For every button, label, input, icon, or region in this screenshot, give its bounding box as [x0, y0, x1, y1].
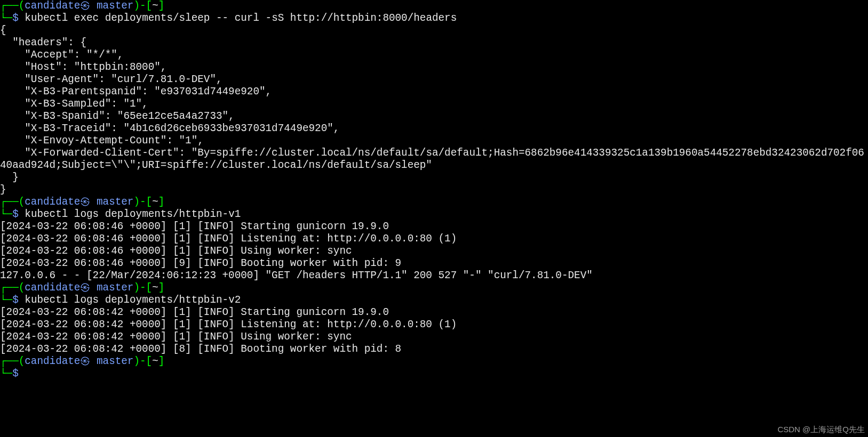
prompt-corner-bl: └─ — [0, 294, 12, 306]
output-line: "X-B3-Sampled": "1", — [0, 98, 868, 110]
output-line: [2024-03-22 06:08:46 +0000] [1] [INFO] U… — [0, 245, 868, 257]
prompt-line-1: ┌──(candidate㉿ master)-[~] — [0, 0, 868, 12]
prompt-corner-tl: ┌──( — [0, 0, 25, 12]
output-line: [2024-03-22 06:08:42 +0000] [1] [INFO] S… — [0, 306, 868, 319]
prompt-corner-bl: └─ — [0, 208, 12, 220]
prompt-line-1: ┌──(candidate㉿ master)-[~] — [0, 196, 868, 208]
command-text[interactable]: kubectl exec deployments/sleep -- curl -… — [19, 12, 457, 24]
prompt-bracket-open: )-[ — [133, 355, 152, 367]
prompt-bracket-close: ] — [158, 196, 165, 208]
prompt-user-host: candidate㉿ master — [25, 355, 133, 367]
prompt-user-host: candidate㉿ master — [25, 282, 133, 294]
prompt-user-host: candidate㉿ master — [25, 0, 133, 12]
prompt-corner-bl: └─ — [0, 12, 12, 24]
prompt-line-1: ┌──(candidate㉿ master)-[~] — [0, 355, 868, 368]
output-line: "Host": "httpbin:8000", — [0, 61, 868, 74]
output-line: "Accept": "*/*", — [0, 49, 868, 61]
output-line: [2024-03-22 06:08:42 +0000] [1] [INFO] U… — [0, 331, 868, 343]
output-line: } — [0, 172, 868, 184]
prompt-line-2: └─$ — [0, 368, 868, 380]
output-line: 127.0.0.6 - - [22/Mar/2024:06:12:23 +000… — [0, 270, 868, 282]
command-text[interactable]: kubectl logs deployments/httpbin-v1 — [19, 208, 241, 220]
output-line: [2024-03-22 06:08:46 +0000] [9] [INFO] B… — [0, 257, 868, 270]
command-text[interactable]: kubectl logs deployments/httpbin-v2 — [19, 294, 241, 306]
output-line: "User-Agent": "curl/7.81.0-DEV", — [0, 74, 868, 86]
output-line: "X-B3-Traceid": "4b1c6d26ceb6933be937031… — [0, 123, 868, 135]
output-line: [2024-03-22 06:08:46 +0000] [1] [INFO] S… — [0, 221, 868, 233]
prompt-bracket-open: )-[ — [133, 196, 152, 208]
watermark: CSDN @上海运维Q先生 — [777, 425, 865, 435]
prompt-corner-tl: ┌──( — [0, 355, 25, 367]
output-line: "X-B3-Parentspanid": "e937031d7449e920", — [0, 86, 868, 98]
output-line: "X-Envoy-Attempt-Count": "1", — [0, 135, 868, 147]
prompt-line-2: └─$ kubectl logs deployments/httpbin-v1 — [0, 208, 868, 221]
prompt-corner-tl: ┌──( — [0, 282, 25, 294]
output-line: } — [0, 184, 868, 196]
prompt-bracket-open: )-[ — [133, 282, 152, 294]
prompt-user-host: candidate㉿ master — [25, 196, 133, 208]
output-line: "X-Forwarded-Client-Cert": "By=spiffe://… — [0, 147, 868, 172]
prompt-cwd: ~ — [152, 0, 158, 12]
terminal-output[interactable]: ┌──(candidate㉿ master)-[~]└─$ kubectl ex… — [0, 0, 868, 380]
prompt-dollar: $ — [12, 12, 19, 24]
output-line: [2024-03-22 06:08:42 +0000] [8] [INFO] B… — [0, 343, 868, 355]
prompt-bracket-close: ] — [158, 0, 165, 12]
output-line: [2024-03-22 06:08:46 +0000] [1] [INFO] L… — [0, 233, 868, 245]
output-line: "X-B3-Spanid": "65ee12ce5a4a2733", — [0, 110, 868, 123]
prompt-cwd: ~ — [152, 355, 158, 367]
prompt-bracket-open: )-[ — [133, 0, 152, 12]
prompt-cwd: ~ — [152, 196, 158, 208]
prompt-cwd: ~ — [152, 282, 158, 294]
output-line: { — [0, 25, 868, 37]
prompt-corner-tl: ┌──( — [0, 196, 25, 208]
prompt-dollar: $ — [12, 208, 19, 220]
prompt-corner-bl: └─ — [0, 368, 12, 379]
prompt-bracket-close: ] — [158, 355, 165, 367]
output-line: [2024-03-22 06:08:42 +0000] [1] [INFO] L… — [0, 319, 868, 331]
prompt-bracket-close: ] — [158, 282, 165, 294]
prompt-line-2: └─$ kubectl logs deployments/httpbin-v2 — [0, 294, 868, 306]
output-line: "headers": { — [0, 37, 868, 49]
prompt-line-2: └─$ kubectl exec deployments/sleep -- cu… — [0, 12, 868, 25]
prompt-line-1: ┌──(candidate㉿ master)-[~] — [0, 282, 868, 294]
prompt-dollar: $ — [12, 294, 19, 306]
prompt-dollar: $ — [12, 368, 19, 379]
